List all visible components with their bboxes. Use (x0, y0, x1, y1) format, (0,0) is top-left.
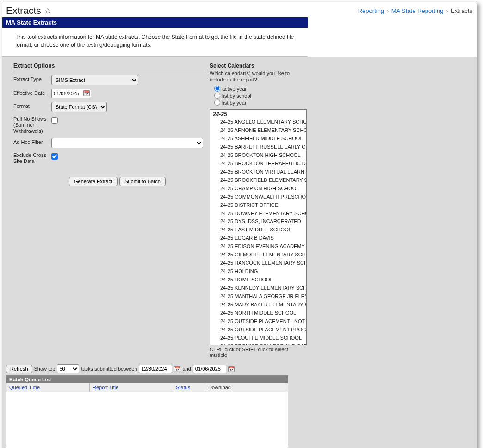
breadcrumb-current: Extracts (451, 7, 472, 14)
pull-no-shows-checkbox[interactable] (51, 117, 58, 124)
calendar-listbox[interactable]: 24-25 24-25 ANGELO ELEMENTARY SCHO24-25 … (210, 109, 307, 345)
label-effective-date: Effective Date (13, 89, 49, 96)
page-title: Extracts ☆ (6, 5, 51, 16)
batch-queue-body (6, 392, 288, 448)
calendar-item[interactable]: 24-25 OUTSIDE PLACEMENT PROGR (210, 326, 306, 334)
label-ad-hoc-filter: Ad Hoc Filter (13, 138, 49, 145)
calendar-item[interactable]: 24-25 NORTH MIDDLE SCHOOL (210, 309, 306, 317)
calendar-year-header: 24-25 (210, 110, 306, 118)
calendar-item[interactable]: 24-25 BARRETT RUSSELL EARLY CI (210, 143, 306, 151)
panel-description: This tool extracts information for MA st… (2, 28, 308, 57)
radio-list-by-school-label: list by school (222, 93, 251, 99)
batch-queue-title: Batch Queue List (6, 376, 288, 383)
show-top-label: Show top (34, 366, 56, 372)
submit-to-batch-button[interactable]: Submit to Batch (119, 177, 166, 186)
calendar-item[interactable]: 24-25 BROCKTON THERAPEUTIC DA (210, 160, 306, 168)
format-select[interactable]: State Format (CSV) (51, 102, 107, 112)
calendar-item[interactable]: 24-25 BROOKFIELD ELEMENTARY S (210, 176, 306, 185)
col-status[interactable]: Status (173, 383, 205, 392)
calendar-item[interactable]: 24-25 MARY BAKER ELEMENTARY S (210, 301, 306, 309)
calendar-icon[interactable]: 📅 (228, 366, 235, 372)
refresh-button[interactable]: Refresh (6, 365, 32, 373)
extract-type-select[interactable]: SIMS Extract (51, 75, 138, 85)
star-icon[interactable]: ☆ (44, 6, 51, 16)
calendar-item[interactable]: 24-25 HOME SCHOOL (210, 276, 306, 284)
exclude-cross-site-checkbox[interactable] (51, 153, 58, 160)
label-format: Format (13, 102, 49, 109)
label-pull-no-shows: Pull No Shows (Summer Withdrawals) (13, 116, 49, 135)
breadcrumb: Reporting › MA State Reporting › Extract… (358, 7, 472, 14)
label-extract-type: Extract Type (13, 75, 49, 82)
col-queued-time[interactable]: Queued Time (6, 383, 90, 392)
radio-active-year[interactable] (214, 86, 220, 92)
calendar-item[interactable]: 24-25 HANCOCK ELEMENTARY SCH (210, 259, 306, 268)
panel-header: MA State Extracts (2, 17, 308, 28)
between-label: tasks submitted between (81, 366, 137, 372)
calendar-item[interactable]: 24-25 GILMORE ELEMENTARY SCHO (210, 251, 306, 259)
calendar-item[interactable]: 24-25 BROCKTON VIRTUAL LEARNI (210, 168, 306, 176)
calendar-icon[interactable]: 📅 (174, 366, 180, 372)
calendar-item[interactable]: 24-25 PROMISE COLLEGE AND CAR (210, 342, 306, 346)
calendar-hint: CTRL-click or SHIFT-click to select mult… (210, 347, 307, 358)
calendar-item[interactable]: 24-25 ASHFIELD MIDDLE SCHOOL (210, 135, 306, 143)
date-from-input[interactable] (140, 365, 171, 373)
calendar-item[interactable]: 24-25 EDGAR B DAVIS (210, 234, 306, 243)
calendar-item[interactable]: 24-25 DISTRICT OFFICE (210, 201, 306, 210)
generate-extract-button[interactable]: Generate Extract (69, 177, 118, 186)
radio-list-by-year[interactable] (214, 100, 220, 106)
calendar-item[interactable]: 24-25 DOWNEY ELEMENTARY SCHO (210, 210, 306, 218)
calendar-item[interactable]: 24-25 ARNONE ELEMENTARY SCHO (210, 126, 306, 135)
calendar-item[interactable]: 24-25 HOLDING (210, 268, 306, 276)
chevron-right-icon: › (386, 7, 390, 14)
calendar-item[interactable]: 24-25 OUTSIDE PLACEMENT - NOT (210, 317, 306, 326)
calendar-item[interactable]: 24-25 MANTHALA GEORGE JR ELEM (210, 292, 306, 301)
calendar-item[interactable]: 24-25 KENNEDY ELEMENTARY SCHO (210, 284, 306, 292)
effective-date-input[interactable] (53, 90, 83, 97)
calendar-item[interactable]: 24-25 EDISON EVENING ACADEMY (210, 243, 306, 251)
calendar-item[interactable]: 24-25 ANGELO ELEMENTARY SCHO (210, 118, 306, 126)
chevron-right-icon: › (445, 7, 449, 14)
page-title-text: Extracts (6, 5, 41, 16)
ad-hoc-filter-select[interactable] (51, 138, 203, 148)
section-title-select-calendars: Select Calendars (210, 62, 307, 69)
calendar-item[interactable]: 24-25 EAST MIDDLE SCHOOL (210, 226, 306, 234)
breadcrumb-ma-state-reporting[interactable]: MA State Reporting (391, 7, 444, 14)
section-title-extract-options: Extract Options (13, 62, 204, 71)
col-report-title[interactable]: Report Title (90, 383, 173, 392)
col-download: Download (205, 383, 288, 392)
and-label: and (182, 366, 191, 372)
breadcrumb-reporting[interactable]: Reporting (358, 7, 384, 14)
calendar-icon[interactable]: 📅 (83, 90, 90, 96)
calendar-item[interactable]: 24-25 CHAMPION HIGH SCHOOL (210, 185, 306, 193)
calendar-question: Which calendar(s) would you like to incl… (210, 70, 307, 83)
radio-active-year-label: active year (222, 86, 247, 92)
radio-list-by-school[interactable] (214, 93, 220, 99)
calendar-item[interactable]: 24-25 PLOUFFE MIDDLE SCHOOL (210, 334, 306, 342)
date-to-input[interactable] (194, 365, 225, 373)
calendar-item[interactable]: 24-25 COMMONWEALTH PRESCHOO (210, 193, 306, 201)
radio-list-by-year-label: list by year (222, 100, 247, 106)
label-exclude-cross-site: Exclude Cross-Site Data (13, 152, 49, 164)
calendar-item[interactable]: 24-25 BROCKTON HIGH SCHOOL (210, 151, 306, 160)
show-top-select[interactable]: 50 (57, 364, 79, 373)
calendar-item[interactable]: 24-25 DYS, DSS, INCARCERATED (210, 218, 306, 226)
